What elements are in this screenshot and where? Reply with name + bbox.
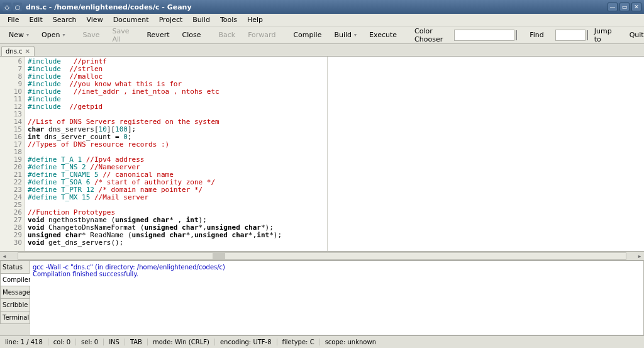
message-body[interactable]: gcc -Wall -c "dns.c" (in directory: /hom… bbox=[30, 261, 644, 335]
menu-file[interactable]: File bbox=[3, 14, 24, 25]
msgtab-messages[interactable]: Messages bbox=[0, 286, 30, 299]
toolbar: New▾ Open▾ Save Save All Revert Close Ba… bbox=[0, 26, 644, 44]
status-col: col: 0 bbox=[48, 339, 76, 345]
app-pin-icon[interactable]: ○ bbox=[13, 3, 22, 11]
close-icon[interactable]: ✕ bbox=[25, 48, 30, 55]
compiler-message[interactable]: Compilation finished successfully. bbox=[33, 271, 641, 278]
code-view[interactable]: #include //printf#include //strlen#inclu… bbox=[25, 57, 644, 251]
message-pane: StatusCompilerMessagesScribbleTerminal g… bbox=[0, 260, 644, 335]
app-menu-icon[interactable]: ◇ bbox=[3, 3, 11, 11]
line-gutter: 6789101112131415161718192021222324252627… bbox=[0, 57, 25, 251]
scroll-left-icon[interactable]: ◂ bbox=[0, 253, 9, 259]
search-go-icon[interactable] bbox=[516, 30, 517, 40]
status-encoding: encoding: UTF-8 bbox=[215, 339, 277, 345]
save-all-button[interactable]: Save All bbox=[106, 25, 135, 45]
menu-view[interactable]: View bbox=[82, 14, 108, 25]
open-button[interactable]: Open▾ bbox=[35, 29, 71, 41]
editor[interactable]: 6789101112131415161718192021222324252627… bbox=[0, 57, 644, 251]
menu-project[interactable]: Project bbox=[154, 14, 188, 25]
status-filetype: filetype: C bbox=[277, 339, 320, 345]
menu-document[interactable]: Document bbox=[108, 14, 154, 25]
menu-help[interactable]: Help bbox=[242, 14, 268, 25]
color-chooser-button[interactable]: Color Chooser bbox=[408, 25, 449, 45]
jumpto-input[interactable] bbox=[555, 30, 586, 41]
save-button[interactable]: Save bbox=[76, 29, 106, 41]
maximize-button[interactable]: ▭ bbox=[619, 3, 630, 11]
compiler-message[interactable]: gcc -Wall -c "dns.c" (in directory: /hom… bbox=[33, 264, 641, 271]
back-button[interactable]: Back bbox=[212, 29, 242, 41]
build-button[interactable]: Build▾ bbox=[328, 29, 363, 41]
menu-tools[interactable]: Tools bbox=[215, 14, 242, 25]
find-button[interactable]: Find bbox=[523, 29, 550, 41]
close-window-button[interactable]: ✕ bbox=[631, 3, 641, 11]
margin-line bbox=[327, 57, 328, 251]
status-scope: scope: unknown bbox=[320, 339, 381, 345]
search-input[interactable] bbox=[454, 30, 514, 41]
msgtab-compiler[interactable]: Compiler bbox=[0, 273, 30, 286]
tab-label: dns.c bbox=[6, 48, 23, 55]
scrollbar-thumb[interactable] bbox=[213, 253, 225, 259]
status-tab: TAB bbox=[125, 339, 148, 345]
window-title: dns.c - /home/enlightened/codes/c - Gean… bbox=[26, 3, 608, 11]
chevron-down-icon: ▾ bbox=[354, 32, 357, 38]
status-ins: INS bbox=[104, 339, 125, 345]
horizontal-scrollbar[interactable]: ◂ ▸ bbox=[0, 251, 644, 260]
window-titlebar: ◇ ○ dns.c - /home/enlightened/codes/c - … bbox=[0, 0, 644, 14]
scroll-right-icon[interactable]: ▸ bbox=[635, 253, 644, 259]
document-tabs: dns.c ✕ bbox=[0, 44, 644, 57]
menu-build[interactable]: Build bbox=[187, 14, 215, 25]
revert-button[interactable]: Revert bbox=[140, 29, 175, 41]
forward-button[interactable]: Forward bbox=[242, 29, 282, 41]
minimize-button[interactable]: — bbox=[608, 3, 618, 11]
jumpto-button[interactable]: Jump to bbox=[588, 25, 618, 45]
execute-button[interactable]: Execute bbox=[363, 29, 403, 41]
chevron-down-icon: ▾ bbox=[26, 32, 29, 38]
quit-button[interactable]: Quit bbox=[623, 29, 644, 41]
statusbar: line: 1 / 418 col: 0 sel: 0 INS TAB mode… bbox=[0, 335, 644, 348]
document-tab[interactable]: dns.c ✕ bbox=[1, 46, 35, 56]
menubar: FileEditSearchViewDocumentProjectBuildTo… bbox=[0, 14, 644, 26]
menu-search[interactable]: Search bbox=[48, 14, 82, 25]
menu-edit[interactable]: Edit bbox=[24, 14, 47, 25]
msgtab-terminal[interactable]: Terminal bbox=[0, 311, 30, 324]
status-line: line: 1 / 418 bbox=[0, 339, 48, 345]
message-tabs: StatusCompilerMessagesScribbleTerminal bbox=[0, 261, 30, 335]
new-button[interactable]: New▾ bbox=[3, 29, 35, 41]
close-button[interactable]: Close bbox=[175, 29, 207, 41]
msgtab-status[interactable]: Status bbox=[0, 261, 30, 274]
compile-button[interactable]: Compile bbox=[287, 29, 328, 41]
msgtab-scribble[interactable]: Scribble bbox=[0, 298, 30, 312]
status-sel: sel: 0 bbox=[76, 339, 104, 345]
chevron-down-icon: ▾ bbox=[62, 32, 65, 38]
status-mode: mode: Win (CRLF) bbox=[148, 339, 215, 345]
editor-area: 6789101112131415161718192021222324252627… bbox=[0, 57, 644, 260]
